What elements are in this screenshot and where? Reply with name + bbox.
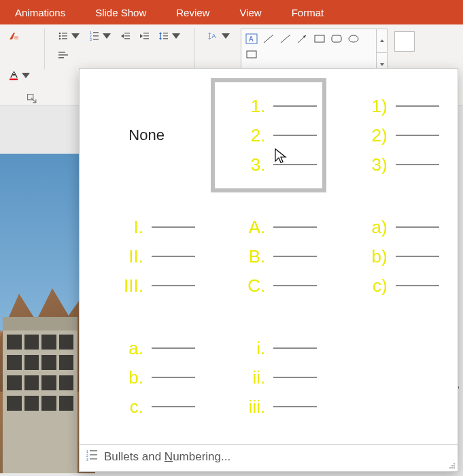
svg-rect-34 xyxy=(315,35,324,42)
numbering-label: iii. xyxy=(241,396,265,418)
svg-line-31 xyxy=(264,35,273,43)
svg-rect-0 xyxy=(14,36,18,39)
increase-indent-button[interactable] xyxy=(137,29,153,44)
svg-point-47 xyxy=(453,465,455,466)
svg-rect-14 xyxy=(93,39,99,40)
line-placeholder xyxy=(396,105,439,107)
line-placeholder xyxy=(396,226,439,228)
svg-rect-17 xyxy=(124,38,130,39)
svg-rect-20 xyxy=(143,38,149,39)
svg-point-46 xyxy=(451,465,453,466)
svg-text:3: 3 xyxy=(90,37,92,41)
numbering-tile-roman-upper[interactable]: I. II. III. xyxy=(89,199,204,313)
bullets-button[interactable] xyxy=(55,29,84,44)
svg-point-50 xyxy=(453,467,455,469)
svg-rect-44 xyxy=(90,458,97,460)
svg-point-45 xyxy=(453,463,455,464)
numbering-tile-1-period[interactable]: 1. 2. 3. xyxy=(211,78,326,192)
line-placeholder xyxy=(273,164,317,165)
line-placeholder xyxy=(273,377,317,378)
numbering-tile-1-paren[interactable]: 1) 2) 3) xyxy=(333,78,448,192)
numbering-label: c. xyxy=(119,396,143,418)
tab-slide-show[interactable]: Slide Show xyxy=(80,0,161,24)
svg-rect-37 xyxy=(247,51,256,58)
numbering-label: C. xyxy=(241,275,265,296)
numbering-label: a. xyxy=(119,338,143,359)
ribbon-tabs: Animations Slide Show Review View Format xyxy=(0,0,463,24)
tab-animations[interactable]: Animations xyxy=(0,0,80,24)
tab-review[interactable]: Review xyxy=(161,0,224,24)
group-separator xyxy=(44,29,45,69)
numbering-tile-alpha-lower-paren[interactable]: a) b) c) xyxy=(333,199,448,313)
shape-ellipse[interactable] xyxy=(346,32,361,46)
svg-rect-10 xyxy=(93,32,99,33)
align-left-button[interactable] xyxy=(55,48,71,63)
bullets-numbering-button[interactable]: 123 Bullets and Numbering... xyxy=(80,444,458,471)
resize-grip-icon[interactable] xyxy=(447,461,456,469)
numbering-tile-roman-lower[interactable]: i. ii. iii. xyxy=(211,320,326,435)
line-placeholder xyxy=(152,226,195,228)
numbered-list-icon: 123 xyxy=(86,449,99,464)
shape-arrow[interactable] xyxy=(295,32,310,46)
svg-rect-19 xyxy=(143,35,149,37)
svg-rect-23 xyxy=(163,35,168,37)
numbering-tile-none[interactable]: None xyxy=(89,78,204,192)
svg-rect-24 xyxy=(163,38,168,39)
numbering-tile-alpha-lower[interactable]: a. b. c. xyxy=(89,320,204,435)
line-placeholder xyxy=(273,105,317,107)
svg-text:A: A xyxy=(249,35,254,43)
shape-rectangle[interactable] xyxy=(312,32,327,46)
tab-format[interactable]: Format xyxy=(277,0,339,24)
numbering-gallery: None 1. 2. 3. 1) 2) 3) I. II. III. A. B.… xyxy=(79,68,458,472)
svg-rect-40 xyxy=(90,450,97,452)
shape-rounded-rect[interactable] xyxy=(329,32,344,46)
tab-view[interactable]: View xyxy=(224,0,276,24)
numbering-button[interactable]: 123 xyxy=(86,29,115,44)
shape-rectangle[interactable] xyxy=(244,48,259,61)
line-placeholder xyxy=(396,285,439,286)
numbering-label: 3. xyxy=(241,154,265,175)
font-color-button[interactable] xyxy=(5,68,34,83)
numbering-label: ii. xyxy=(241,367,265,388)
svg-rect-16 xyxy=(124,35,130,37)
numbering-label: i. xyxy=(241,338,265,359)
clear-formatting-button[interactable] xyxy=(5,29,22,44)
svg-point-3 xyxy=(59,33,61,35)
svg-rect-21 xyxy=(160,33,160,39)
line-placeholder xyxy=(273,285,317,286)
line-spacing-button[interactable] xyxy=(156,29,184,44)
numbering-tile-alpha-upper[interactable]: A. B. C. xyxy=(211,199,326,313)
svg-rect-25 xyxy=(58,52,65,53)
decrease-indent-button[interactable] xyxy=(118,29,134,44)
line-placeholder xyxy=(152,256,195,257)
svg-rect-4 xyxy=(62,33,67,34)
bullets-numbering-label: Bullets and Numbering... xyxy=(104,450,230,464)
numbering-label: 1. xyxy=(241,96,265,117)
line-placeholder xyxy=(152,406,195,407)
svg-rect-27 xyxy=(58,57,64,58)
line-placeholder xyxy=(273,226,317,228)
shapes-scroll-up[interactable] xyxy=(377,29,388,53)
text-direction-button[interactable]: A xyxy=(205,29,234,44)
svg-point-7 xyxy=(59,38,61,40)
numbering-label: B. xyxy=(241,246,265,267)
shape-text-box[interactable]: A xyxy=(244,32,259,46)
line-placeholder xyxy=(152,377,195,378)
shapes-gallery[interactable]: A xyxy=(241,29,377,69)
numbering-label: 3) xyxy=(363,154,388,175)
svg-text:3: 3 xyxy=(86,458,88,461)
shape-line[interactable] xyxy=(261,32,276,46)
numbering-label: II. xyxy=(119,246,143,267)
numbering-label: 2. xyxy=(241,125,265,146)
line-placeholder xyxy=(396,135,439,136)
line-placeholder xyxy=(396,164,439,165)
shape-line[interactable] xyxy=(278,32,293,46)
dialog-launcher-icon[interactable] xyxy=(27,94,37,103)
numbering-label: 2) xyxy=(363,125,388,146)
numbering-label: b) xyxy=(363,246,388,267)
line-placeholder xyxy=(152,347,195,349)
shape-styles-preview[interactable] xyxy=(394,31,415,52)
numbering-grid: None 1. 2. 3. 1) 2) 3) I. II. III. A. B.… xyxy=(80,69,458,444)
svg-rect-1 xyxy=(10,79,18,81)
svg-rect-8 xyxy=(62,38,67,39)
